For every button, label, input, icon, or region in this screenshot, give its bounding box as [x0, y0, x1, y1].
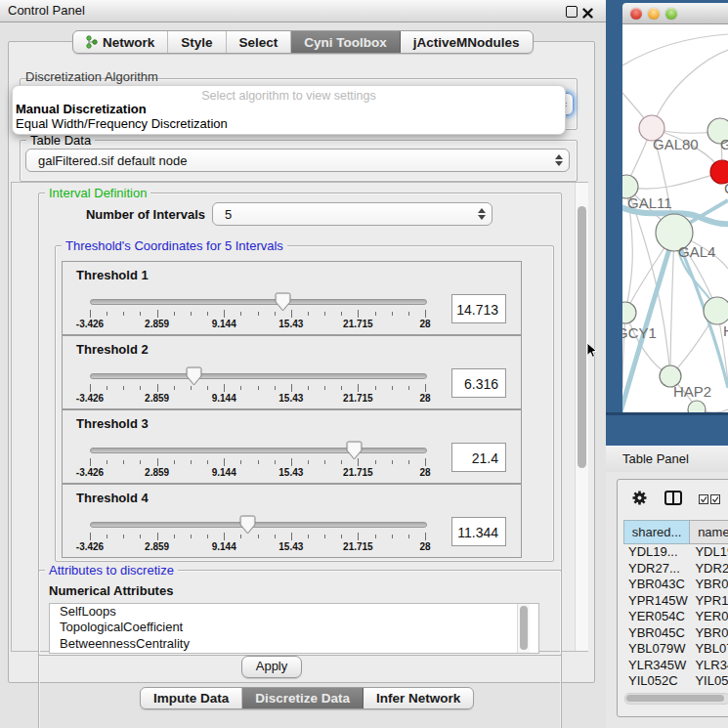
select-columns-icon[interactable]	[699, 494, 720, 504]
close-icon[interactable]	[582, 5, 593, 22]
cytoscape-desktop: GAL80 G C GAL11 GAL4 GCY1 H HAP2	[606, 0, 728, 446]
tab-style[interactable]: Style	[168, 31, 226, 53]
table-cell[interactable]: YBR043C	[623, 577, 690, 593]
table-cell[interactable]: YDR27...	[623, 561, 690, 578]
panel-title: Table Panel	[622, 451, 689, 466]
tab-discretize-data[interactable]: Discretize Data	[242, 688, 364, 708]
table-cell[interactable]: YBR045C	[690, 625, 728, 642]
tick-mark	[308, 535, 309, 538]
table-row[interactable]: YIL052CYIL052C	[623, 673, 728, 690]
close-traffic-light-icon[interactable]	[630, 8, 642, 20]
apply-button[interactable]: Apply	[241, 656, 302, 678]
tick-label: 15.43	[278, 319, 303, 329]
tick-mark	[425, 310, 426, 318]
thresholds-group: Threshold's Coordinates for 5 Intervals …	[55, 245, 554, 562]
scrollbar-thumb[interactable]	[578, 206, 586, 468]
threshold-slider-handle[interactable]	[186, 366, 202, 390]
table-cell[interactable]: YPR145W	[690, 593, 728, 610]
tab-infer-network[interactable]: Infer Network	[364, 688, 473, 708]
tab-network[interactable]: Network	[73, 31, 168, 53]
table-row[interactable]: YBR045CYBR045C	[623, 625, 728, 642]
scrollbar-thumb[interactable]	[520, 606, 528, 650]
menu-item-manual-discretization[interactable]: Manual Discretization	[16, 102, 147, 116]
node-label: GAL80	[653, 136, 699, 152]
numerical-attributes-list[interactable]: SelfLoopsTopologicalCoefficientBetweenne…	[49, 603, 539, 654]
network-canvas[interactable]: GAL80 G C GAL11 GAL4 GCY1 H HAP2	[622, 24, 728, 412]
threshold-slider-track[interactable]	[90, 299, 427, 305]
menu-item-equal-width-frequency[interactable]: Equal Width/Frequency Discretization	[16, 116, 228, 131]
table-cell[interactable]: YPR145W	[623, 593, 690, 610]
attributes-scrollbar[interactable]	[517, 604, 530, 653]
threshold-slider-track[interactable]	[90, 522, 427, 528]
threshold-slider-handle[interactable]	[275, 292, 291, 316]
table-cell[interactable]: YLR345W	[690, 658, 728, 674]
table-cell[interactable]: YER054C	[623, 609, 690, 625]
tick-mark	[392, 460, 393, 464]
tick-mark	[107, 312, 107, 316]
tick-mark	[275, 535, 276, 538]
tick-mark	[140, 460, 141, 464]
table-cell[interactable]: YBR043C	[690, 577, 728, 593]
tick-mark	[375, 312, 376, 316]
tick-mark	[174, 460, 175, 464]
attribute-list-item[interactable]: SelfLoops	[50, 604, 538, 620]
table-panel-titlebar: Table Panel	[606, 446, 728, 473]
table-horizontal-scrollbar[interactable]	[624, 693, 728, 705]
tick-mark	[341, 386, 342, 390]
table-cell[interactable]: YLR345W	[623, 658, 690, 674]
threshold-slider-track[interactable]	[90, 373, 427, 379]
threshold-slider-handle[interactable]	[239, 515, 256, 538]
gear-icon[interactable]	[631, 490, 648, 510]
split-columns-icon[interactable]	[664, 491, 682, 509]
column-header-shared-name[interactable]: shared...	[623, 520, 690, 544]
node-label: H	[723, 322, 728, 339]
attribute-list-item[interactable]: BetweennessCentrality	[50, 636, 538, 652]
tab-impute-data[interactable]: Impute Data	[141, 688, 242, 708]
scrollbar-thumb[interactable]	[626, 695, 724, 702]
minimize-traffic-light-icon[interactable]	[648, 8, 660, 20]
table-cell[interactable]: YER054C	[690, 609, 728, 625]
threshold-value-field[interactable]: 21.4	[451, 443, 506, 472]
table-cell[interactable]: YIL052C	[623, 673, 690, 690]
node-label: GCY1	[622, 324, 657, 341]
table-row[interactable]: YDL19...YDL19	[623, 544, 728, 561]
tick-label: 2.859	[145, 393, 169, 404]
tab-label: Discretize Data	[255, 691, 350, 706]
tick-label: 9.144	[212, 393, 236, 404]
table-cell[interactable]: YBL079W	[623, 641, 690, 658]
tick-mark	[408, 535, 409, 538]
threshold-value-field[interactable]: 6.316	[451, 368, 506, 398]
tab-jactivemnodules[interactable]: jActiveMNodules	[401, 31, 533, 53]
table-cell[interactable]: YBR045C	[623, 625, 690, 642]
table-row[interactable]: YDR27...YDR27	[623, 561, 728, 578]
table-row[interactable]: YLR345WYLR345W	[623, 658, 728, 674]
tab-cyni-toolbox[interactable]: Cyni Toolbox	[291, 31, 401, 53]
threshold-slider-track[interactable]	[90, 448, 427, 453]
main-scrollbar[interactable]	[575, 183, 588, 651]
table-cell[interactable]: YDL19	[690, 544, 728, 561]
table-cell[interactable]: YIL052C	[690, 673, 728, 690]
tab-select[interactable]: Select	[227, 31, 292, 53]
threshold-slider-handle[interactable]	[346, 441, 363, 464]
table-data-combobox[interactable]: galFiltered.sif default node	[25, 149, 570, 172]
threshold-value-field[interactable]: 14.713	[451, 294, 506, 323]
table-cell[interactable]: YDR27	[690, 561, 728, 578]
tick-label: 21.715	[343, 541, 373, 552]
tick-label: 2.859	[145, 467, 169, 478]
table-row[interactable]: YPR145WYPR145W	[623, 593, 728, 610]
table-cell[interactable]: YDL19...	[623, 544, 690, 561]
tick-mark	[174, 386, 175, 390]
zoom-traffic-light-icon[interactable]	[665, 8, 677, 20]
table-row[interactable]: YBR043CYBR043C	[623, 577, 728, 593]
table-row[interactable]: YBL079WYBL079W	[623, 641, 728, 658]
network-window-titlebar[interactable]	[622, 3, 728, 24]
threshold-value-field[interactable]: 11.344	[451, 517, 506, 546]
number-of-intervals-combobox[interactable]: 5	[212, 202, 492, 226]
tick-mark	[425, 458, 426, 466]
tick-label: 15.43	[278, 393, 303, 404]
attribute-list-item[interactable]: TopologicalCoefficient	[50, 620, 538, 635]
float-window-icon[interactable]	[566, 6, 578, 18]
table-row[interactable]: YER054CYER054C	[623, 609, 728, 625]
table-cell[interactable]: YBL079W	[690, 641, 728, 658]
column-header-name[interactable]: name	[690, 520, 728, 544]
